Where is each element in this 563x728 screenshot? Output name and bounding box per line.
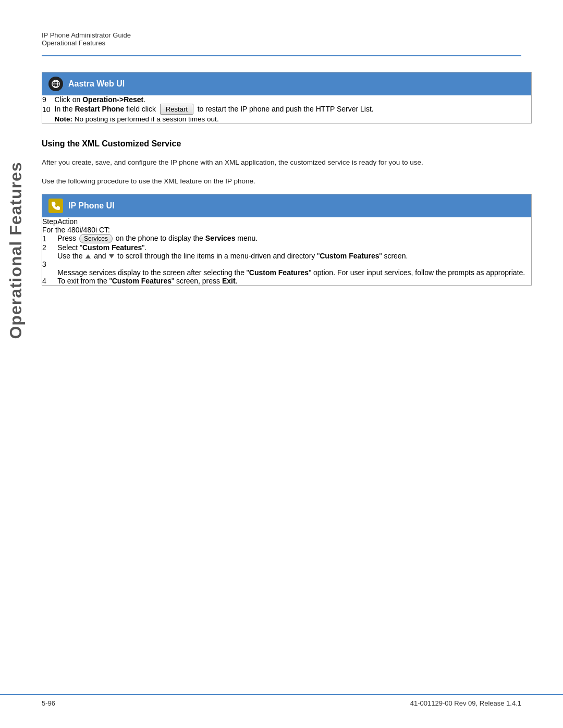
aastra-web-ui-header: Aastra Web UI	[42, 72, 531, 95]
main-content: Aastra Web UI 9 Click on Operation->Rese…	[42, 56, 532, 286]
aastra-web-ui-title: Aastra Web UI	[68, 79, 125, 89]
step-3: 3	[42, 252, 58, 277]
note-text: Note: No posting is performed if a sessi…	[55, 115, 219, 123]
page-header: IP Phone Administrator Guide Operational…	[0, 0, 563, 52]
header-line2: Operational Features	[42, 39, 521, 47]
action-9: Click on Operation->Reset.	[55, 95, 532, 104]
action-1: Press Services on the phone to display t…	[57, 234, 531, 243]
step-9: 9	[42, 95, 55, 104]
table-row: Note: No posting is performed if a sessi…	[42, 115, 532, 124]
action-note: Note: No posting is performed if a sessi…	[55, 115, 532, 124]
step-2: 2	[42, 243, 58, 252]
table-row: 10 In the Restart Phone field click Rest…	[42, 104, 532, 115]
for-model-row: For the 480i/480i CT:	[42, 226, 532, 234]
table-row: 3 Use the and to scroll through the line…	[42, 252, 532, 277]
side-label-text: Operational Features	[6, 162, 26, 339]
aastra-header-cell: Aastra Web UI	[42, 72, 532, 96]
header-line1: IP Phone Administrator Guide	[42, 31, 521, 39]
for-model-label: For the 480i/480i CT:	[42, 226, 532, 234]
ip-phone-ui-title: IP Phone UI	[68, 201, 115, 211]
phone-icon	[48, 199, 63, 213]
side-label: Operational Features	[0, 68, 31, 433]
action-2: Select "Custom Features".	[57, 243, 531, 252]
table-row: 1 Press Services on the phone to display…	[42, 234, 532, 243]
globe-icon	[48, 77, 63, 91]
table-row: 2 Select "Custom Features".	[42, 243, 532, 252]
xml-para1: After you create, save, and configure th…	[42, 157, 532, 168]
col-action: Action	[57, 217, 531, 226]
xml-para2: Use the following procedure to use the X…	[42, 176, 532, 187]
action-3: Use the and to scroll through the line i…	[57, 252, 531, 277]
action-10: In the Restart Phone field click Restart…	[55, 104, 532, 115]
step-note	[42, 115, 55, 124]
table-column-header-row: Step Action	[42, 217, 532, 226]
up-arrow-icon	[85, 254, 91, 258]
footer-page-number: 5-96	[42, 699, 55, 707]
aastra-web-ui-table: Aastra Web UI 9 Click on Operation->Rese…	[42, 72, 532, 124]
services-button[interactable]: Services	[79, 234, 113, 243]
step-10: 10	[42, 104, 55, 115]
ip-phone-ui-header: IP Phone UI	[42, 194, 531, 217]
note-label: Note:	[55, 115, 73, 123]
xml-section-heading: Using the XML Customized Service	[42, 139, 532, 149]
ip-phone-ui-table: IP Phone UI Step Action For the 480i/480…	[42, 194, 532, 286]
ip-header-cell: IP Phone UI	[42, 194, 532, 218]
col-step: Step	[42, 217, 58, 226]
step-1: 1	[42, 234, 58, 243]
footer-doc-info: 41-001129-00 Rev 09, Release 1.4.1	[410, 699, 521, 707]
page-footer: 5-96 41-001129-00 Rev 09, Release 1.4.1	[0, 694, 563, 707]
table-row: 4 To exit from the "Custom Features" scr…	[42, 277, 532, 286]
step-4: 4	[42, 277, 58, 286]
down-arrow-icon	[109, 254, 114, 258]
table-row: 9 Click on Operation->Reset.	[42, 95, 532, 104]
restart-button[interactable]: Restart	[160, 104, 193, 115]
action-4: To exit from the "Custom Features" scree…	[57, 277, 531, 286]
